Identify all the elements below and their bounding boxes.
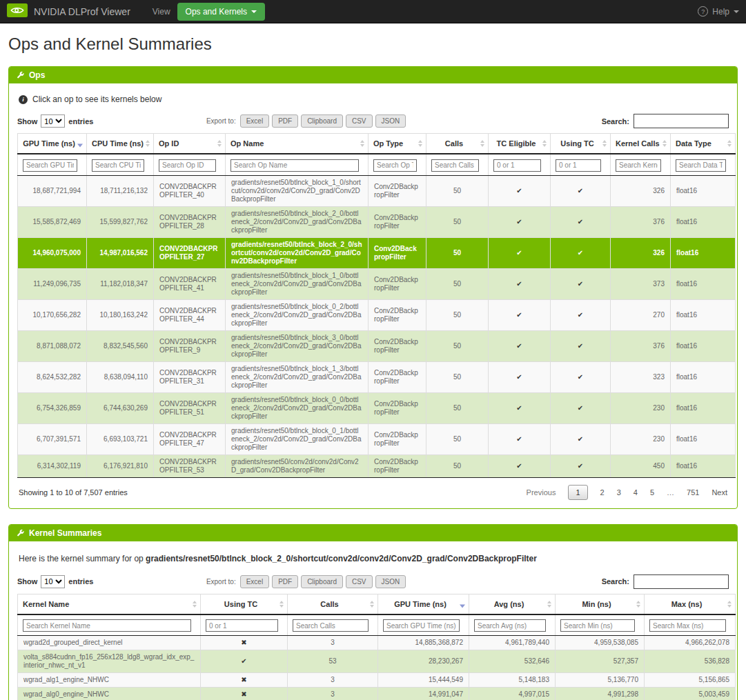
export-excel-button[interactable]: Excel — [240, 575, 269, 588]
previous-button[interactable]: Previous — [527, 488, 556, 497]
column-header-max-ns[interactable]: Max (ns) — [645, 594, 736, 614]
export-clipboard-button[interactable]: Clipboard — [301, 114, 343, 128]
export-pdf-button[interactable]: PDF — [272, 114, 298, 128]
menu-help[interactable]: ? Help — [698, 6, 739, 17]
column-header-data-type[interactable]: Data Type — [671, 134, 736, 154]
column-header-calls[interactable]: Calls — [426, 134, 489, 154]
column-header-gpu-time-ns[interactable]: GPU Time (ns) — [18, 134, 87, 154]
entries-select[interactable]: 10 — [41, 114, 65, 128]
check-icon: ✔ — [516, 404, 522, 412]
filter-input-cpu-time-ns[interactable] — [92, 159, 144, 172]
page-button-751[interactable]: 751 — [687, 488, 699, 497]
cell-gpu: 28,230,267 — [378, 650, 469, 673]
cell-calls: 50 — [426, 268, 489, 299]
filter-input-op-id[interactable] — [159, 159, 216, 172]
export-excel-button[interactable]: Excel — [240, 114, 269, 128]
filter-input-tc-eligible[interactable] — [493, 159, 541, 172]
filter-row — [18, 154, 736, 175]
table-row[interactable]: 6,754,326,8596,744,630,269CONV2DBACKPROP… — [18, 392, 736, 423]
cell-op_name: gradients/resnet50/btlnck_block_2_0/bott… — [226, 206, 369, 237]
export-json-button[interactable]: JSON — [375, 114, 406, 128]
cell-calls: 50 — [426, 330, 489, 361]
cell-utc: ✔ — [551, 299, 611, 330]
filter-input-kernel-calls[interactable] — [616, 159, 661, 172]
table-row[interactable]: 18,687,721,99418,711,216,132CONV2DBACKPR… — [18, 175, 736, 206]
page-button-3[interactable]: 3 — [617, 488, 621, 497]
column-label: Max (ns) — [671, 600, 703, 608]
export-json-button[interactable]: JSON — [375, 575, 406, 588]
column-header-min-ns[interactable]: Min (ns) — [556, 594, 645, 614]
column-header-using-tc[interactable]: Using TC — [551, 134, 611, 154]
export-csv-button[interactable]: CSV — [346, 114, 373, 128]
column-header-op-type[interactable]: Op Type — [369, 134, 426, 154]
table-row[interactable]: 8,624,532,2828,638,094,110CONV2DBACKPROP… — [18, 361, 736, 392]
sort-icon — [77, 140, 83, 148]
filter-input-using-tc[interactable] — [556, 159, 601, 172]
cell-kcalls: 326 — [611, 175, 671, 206]
cell-gpu: 11,249,096,735 — [18, 268, 87, 299]
cell-tc: ✔ — [489, 392, 551, 423]
cell-tc: ✔ — [489, 268, 551, 299]
column-header-op-name[interactable]: Op Name — [226, 134, 369, 154]
kernel-search-input[interactable] — [634, 574, 729, 589]
menu-ops-and-kernels-label: Ops and Kernels — [186, 7, 247, 17]
entries-select[interactable]: 10 — [41, 575, 65, 588]
export-clipboard-button[interactable]: Clipboard — [301, 575, 343, 588]
wrench-icon — [16, 529, 24, 537]
cell-dtype: float16 — [671, 423, 736, 454]
cell-tc: ✔ — [489, 423, 551, 454]
check-icon: ✔ — [241, 657, 246, 665]
table-row[interactable]: 8,871,088,0728,832,545,560CONV2DBACKPROP… — [18, 330, 736, 361]
column-label: Op Name — [230, 139, 264, 148]
filter-input-calls[interactable] — [431, 159, 479, 172]
filter-input-avg-ns[interactable] — [474, 619, 546, 632]
ops-search-input[interactable] — [634, 114, 729, 128]
column-header-cpu-time-ns[interactable]: CPU Time (ns) — [87, 134, 154, 154]
filter-input-op-type[interactable] — [373, 159, 417, 172]
check-icon: ✔ — [516, 342, 522, 350]
column-header-using-tc[interactable]: Using TC — [201, 594, 288, 614]
page-button-1[interactable]: 1 — [568, 485, 587, 500]
filter-input-max-ns[interactable] — [649, 619, 726, 632]
table-row[interactable]: 11,249,096,73511,182,018,347CONV2DBACKPR… — [18, 268, 736, 299]
column-header-avg-ns[interactable]: Avg (ns) — [469, 594, 556, 614]
ops-panel-header: Ops — [9, 67, 737, 83]
filter-input-gpu-time-ns[interactable] — [23, 159, 77, 172]
table-row[interactable]: 10,170,656,28210,180,163,242CONV2DBACKPR… — [18, 299, 736, 330]
next-button[interactable]: Next — [711, 488, 727, 497]
filter-input-gpu-time-ns[interactable] — [383, 619, 460, 632]
column-header-calls[interactable]: Calls — [288, 594, 378, 614]
column-header-kernel-calls[interactable]: Kernel Calls — [611, 134, 671, 154]
column-header-kernel-name[interactable]: Kernel Name — [18, 594, 201, 614]
filter-input-min-ns[interactable] — [560, 619, 635, 632]
table-row[interactable]: 6,707,391,5716,693,103,721CONV2DBACKPROP… — [18, 423, 736, 454]
column-header-gpu-time-ns[interactable]: GPU Time (ns) — [378, 594, 469, 614]
menu-ops-and-kernels[interactable]: Ops and Kernels — [177, 3, 265, 21]
column-header-op-id[interactable]: Op ID — [154, 134, 226, 154]
filter-input-kernel-name[interactable] — [23, 619, 191, 632]
column-label: GPU Time (ns) — [23, 139, 75, 148]
filter-input-op-name[interactable] — [230, 159, 359, 172]
table-row[interactable]: 14,960,075,00014,987,016,562CONV2DBACKPR… — [18, 237, 736, 268]
cell-op_type: Conv2DBackpropFilter — [369, 268, 426, 299]
export-pdf-button[interactable]: PDF — [272, 575, 298, 588]
cell-gpu: 14,991,047 — [378, 688, 469, 700]
filter-input-using-tc[interactable] — [206, 619, 278, 632]
table-row[interactable]: 15,585,872,46915,599,827,762CONV2DBACKPR… — [18, 206, 736, 237]
export-label: Export to: — [206, 117, 236, 125]
cell-op_id: CONV2DBACKPROPFILTER_47 — [154, 423, 226, 454]
column-header-tc-eligible[interactable]: TC Eligible — [489, 134, 551, 154]
page-button-4[interactable]: 4 — [634, 488, 638, 497]
menu-view[interactable]: View — [146, 7, 177, 17]
page-button-5[interactable]: 5 — [650, 488, 654, 497]
page-button-2[interactable]: 2 — [600, 488, 605, 497]
ops-info-line: i Click an op to see its kernels below — [17, 88, 729, 114]
filter-input-data-type[interactable] — [676, 159, 726, 172]
cell-op_name: gradients/resnet50/btlnck_block_1_0/shor… — [226, 175, 369, 206]
filter-input-calls[interactable] — [293, 619, 369, 632]
table-row[interactable]: 6,314,302,1196,176,921,810CONV2DBACKPROP… — [18, 454, 736, 477]
cell-tc: ✔ — [489, 299, 551, 330]
export-csv-button[interactable]: CSV — [346, 575, 373, 588]
cell-op_id: CONV2DBACKPROPFILTER_27 — [154, 237, 226, 268]
column-label: TC Eligible — [497, 139, 536, 148]
